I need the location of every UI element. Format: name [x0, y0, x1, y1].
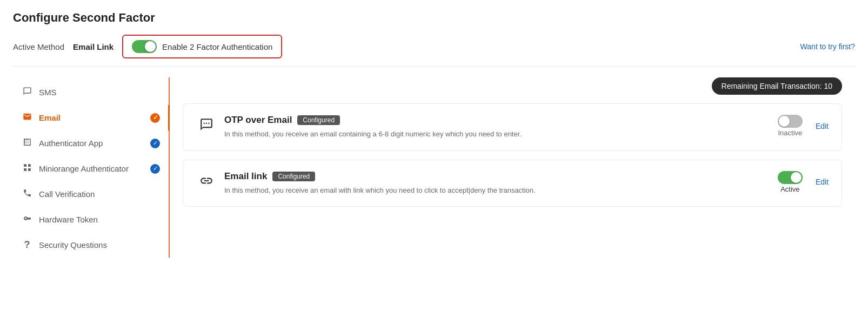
header-left: Active Method Email Link Enable 2 Factor…	[13, 35, 282, 58]
otp-email-edit[interactable]: Edit	[816, 122, 829, 130]
want-to-try-link[interactable]: Want to try first?	[800, 42, 855, 51]
sidebar-label-authenticator-app: Authenticator App	[39, 139, 103, 148]
otp-email-name: OTP over Email	[224, 115, 292, 126]
enable-2fa-toggle[interactable]	[132, 40, 157, 53]
hardware-token-icon	[22, 214, 32, 225]
sidebar-item-security-questions[interactable]: ? Security Questions	[13, 232, 169, 258]
otp-email-title-row: OTP over Email Configured	[224, 115, 778, 126]
sidebar-label-sms: SMS	[39, 88, 57, 97]
otp-email-toggle[interactable]	[778, 115, 803, 128]
method-card-email-link: Email link Configured In this method, yo…	[183, 160, 842, 207]
method-card-left-otp: OTP over Email Configured In this method…	[196, 115, 778, 140]
otp-email-right: Inactive Edit	[778, 115, 829, 137]
email-link-right: Active Edit	[778, 171, 829, 193]
email-link-edit[interactable]: Edit	[816, 178, 829, 186]
sidebar: SMS Email ✓ Authenticator App ✓	[13, 77, 170, 258]
remaining-badge: Remaining Email Transaction: 10	[712, 77, 842, 95]
svg-rect-0	[24, 164, 26, 167]
authenticator-check-icon: ✓	[150, 139, 160, 148]
miniorange-check-icon: ✓	[150, 164, 160, 174]
otp-email-info: OTP over Email Configured In this method…	[224, 115, 778, 140]
sms-icon	[22, 87, 32, 98]
sidebar-label-security: Security Questions	[39, 240, 107, 250]
page-title: Configure Second Factor	[13, 11, 855, 25]
toggle-box: Enable 2 Factor Authentication	[122, 35, 282, 58]
sidebar-label-call: Call Verification	[39, 189, 95, 199]
sidebar-label-miniorange: Miniorange Authenticator	[39, 164, 129, 173]
authenticator-app-icon	[22, 137, 32, 149]
email-link-desc: In this method, you receive an email wit…	[224, 185, 778, 196]
sidebar-item-miniorange[interactable]: Miniorange Authenticator ✓	[13, 156, 169, 181]
method-card-left-link: Email link Configured In this method, yo…	[196, 171, 778, 196]
miniorange-icon	[22, 163, 32, 174]
email-link-toggle-col: Active	[778, 171, 803, 193]
otp-email-icon	[199, 117, 213, 135]
sidebar-item-call-verification[interactable]: Call Verification	[13, 181, 169, 207]
method-card-otp-email: OTP over Email Configured In this method…	[183, 103, 842, 151]
email-link-name: Email link	[224, 171, 267, 182]
svg-rect-3	[28, 168, 30, 171]
otp-email-icon-wrap	[196, 116, 217, 136]
otp-email-status: Inactive	[778, 129, 802, 137]
email-check-icon: ✓	[150, 113, 160, 123]
email-link-title-row: Email link Configured	[224, 171, 778, 182]
email-icon	[22, 112, 32, 123]
email-link-info: Email link Configured In this method, yo…	[224, 171, 778, 196]
active-method-label: Active Method	[13, 42, 64, 51]
email-link-icon-wrap	[196, 172, 217, 193]
otp-email-desc: In this method, you receive an email con…	[224, 129, 778, 140]
email-link-toggle[interactable]	[778, 171, 803, 184]
sidebar-item-email[interactable]: Email ✓	[13, 105, 169, 130]
sidebar-label-hardware: Hardware Token	[39, 215, 98, 224]
svg-rect-2	[24, 168, 26, 171]
call-icon	[22, 188, 32, 200]
email-link-badge: Configured	[272, 172, 315, 181]
main-content: SMS Email ✓ Authenticator App ✓	[13, 77, 855, 258]
active-method-value: Email Link	[73, 42, 113, 51]
sidebar-item-hardware-token[interactable]: Hardware Token	[13, 207, 169, 232]
svg-rect-1	[28, 164, 30, 167]
otp-email-toggle-col: Inactive	[778, 115, 803, 137]
page-wrapper: Configure Second Factor Active Method Em…	[0, 0, 868, 328]
content-area: Remaining Email Transaction: 10 OTP over…	[170, 77, 855, 258]
toggle-label: Enable 2 Factor Authentication	[162, 42, 272, 51]
header-bar: Active Method Email Link Enable 2 Factor…	[13, 35, 855, 67]
sidebar-item-authenticator-app[interactable]: Authenticator App ✓	[13, 130, 169, 156]
otp-email-badge: Configured	[297, 115, 340, 125]
sidebar-label-email: Email	[39, 113, 61, 122]
email-link-status: Active	[780, 185, 799, 193]
remaining-banner: Remaining Email Transaction: 10	[183, 77, 842, 95]
sidebar-item-sms[interactable]: SMS	[13, 80, 169, 105]
email-link-icon	[199, 174, 213, 191]
security-questions-icon: ?	[22, 239, 32, 251]
